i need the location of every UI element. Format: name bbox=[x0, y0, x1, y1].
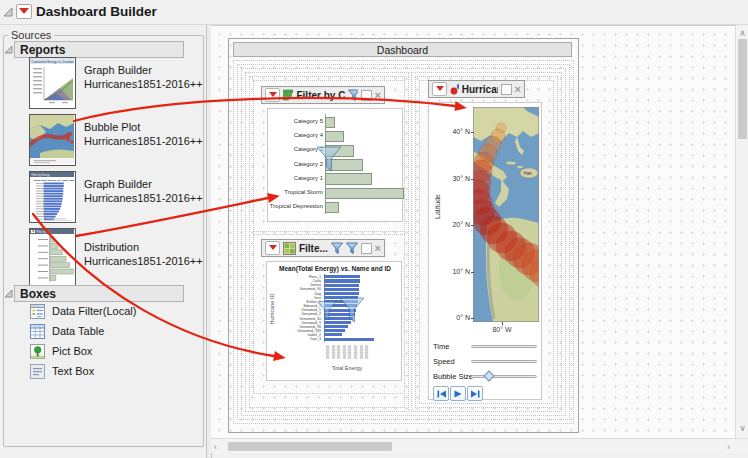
close-icon[interactable]: × bbox=[375, 244, 381, 253]
tick-mark bbox=[471, 318, 474, 319]
funnel-watermark-icon bbox=[316, 145, 342, 173]
box-item-data-table[interactable]: Data Table bbox=[0, 324, 205, 342]
filter-bar[interactable] bbox=[325, 131, 344, 143]
box-item-text-box[interactable]: Text Box bbox=[0, 364, 205, 382]
report-subtitle: Hurricanes1851-2016++ bbox=[84, 254, 203, 268]
bar-chart-thumbnail-graphic: Filter by Energy Mean(Total Energy) vs. … bbox=[30, 172, 74, 221]
filter-panel-content[interactable]: Category 5 Category 4 Category 3 Categor… bbox=[267, 108, 403, 222]
box-item-data-filter[interactable]: Data Filter(Local) bbox=[0, 304, 205, 322]
energy-x-tick: 0000000 bbox=[326, 345, 330, 359]
filter-bar[interactable] bbox=[325, 117, 335, 129]
filter-panel-title: Filter by Cl... bbox=[296, 90, 344, 101]
thumb1-title: Cumulative Energy vs. Duration bbox=[32, 60, 75, 64]
vertical-scrollbar-thumb[interactable] bbox=[738, 39, 747, 139]
report-title: Bubble Plot bbox=[84, 120, 140, 134]
filter-category-label: Tropical Depression bbox=[268, 203, 323, 209]
hurricane-panel-content[interactable]: Han 40° N 30° N 20° N 10° N 0° N Latitud… bbox=[428, 102, 542, 400]
pict-box-icon bbox=[30, 344, 45, 359]
scroll-left-arrow[interactable]: ‹ bbox=[214, 442, 217, 452]
local-data-filter-funnel-icon[interactable] bbox=[346, 242, 358, 255]
dashboard-header[interactable]: Dashboard bbox=[233, 42, 572, 57]
boxes-outline-header[interactable]: Boxes bbox=[14, 285, 184, 302]
close-icon[interactable]: × bbox=[515, 85, 521, 94]
filter-category-label: Category 2 bbox=[268, 161, 323, 167]
filter-category-label: Category 5 bbox=[268, 118, 323, 124]
vertical-scrollbar[interactable]: ∧ ∨ bbox=[735, 25, 748, 438]
tick-mark bbox=[502, 322, 503, 325]
red-triangle-menu-button[interactable] bbox=[16, 4, 32, 19]
filter-bar[interactable] bbox=[325, 202, 339, 214]
step-forward-button[interactable] bbox=[467, 386, 483, 401]
report-item-graph-builder-2[interactable]: Filter by Energy Mean(Total Energy) vs. … bbox=[0, 171, 205, 225]
energy-bar bbox=[324, 333, 342, 336]
text-box-icon bbox=[30, 364, 45, 379]
red-triangle-icon bbox=[19, 8, 29, 15]
sources-panel: Sources Reports Cumulative Energy vs. Du… bbox=[0, 25, 207, 458]
speed-slider[interactable] bbox=[471, 360, 537, 363]
filter-category-label: Category 1 bbox=[268, 175, 323, 181]
play-button[interactable] bbox=[450, 386, 466, 401]
energy-panel-content[interactable]: Mean(Total Energy) vs. Name and ID Hurri… bbox=[266, 261, 402, 381]
thumb4-bars bbox=[38, 237, 74, 280]
sources-group-label: Sources bbox=[8, 29, 54, 41]
filter-bar[interactable] bbox=[325, 188, 404, 200]
red-triangle-menu-button[interactable] bbox=[265, 241, 280, 255]
energy-bar bbox=[324, 338, 374, 341]
reports-disclosure-icon[interactable] bbox=[4, 45, 13, 54]
energy-x-tick: 0000000 bbox=[360, 345, 364, 359]
data-filter-icon bbox=[30, 304, 45, 319]
bubble-plot-icon bbox=[450, 83, 459, 95]
graph-builder-grid-icon bbox=[283, 242, 296, 255]
time-slider-label: Time bbox=[433, 342, 449, 351]
report-item-distribution[interactable]: Filter by Cl... Distribution Hurricanes1… bbox=[0, 228, 205, 290]
time-slider[interactable] bbox=[471, 345, 537, 348]
bubble-size-slider-thumb[interactable] bbox=[483, 370, 494, 381]
box-item-label: Data Table bbox=[52, 325, 104, 337]
red-triangle-menu-button[interactable] bbox=[265, 88, 280, 102]
horizontal-scrollbar-thumb[interactable] bbox=[228, 442, 392, 451]
filter-category-label: Tropical Storm bbox=[268, 189, 323, 195]
maximize-icon[interactable] bbox=[361, 243, 372, 254]
thumb4-header: Filter by Cl... bbox=[37, 230, 52, 234]
scroll-up-arrow[interactable]: ∧ bbox=[736, 28, 748, 38]
horizontal-scrollbar[interactable]: ‹ › bbox=[211, 438, 748, 453]
report-item-bubble-plot[interactable]: Bubble Plot Hurricanes1851-2016++ bbox=[0, 114, 205, 168]
local-data-filter-funnel-icon[interactable] bbox=[348, 89, 358, 102]
report-item-graph-builder-1[interactable]: Cumulative Energy vs. Duration bbox=[0, 57, 205, 111]
step-back-icon bbox=[437, 390, 446, 398]
step-back-button[interactable] bbox=[433, 386, 449, 401]
hurricane-panel-titlebar[interactable]: Hurricane ... × bbox=[428, 80, 525, 98]
filter-panel-titlebar[interactable]: Filter by Cl... × bbox=[261, 86, 385, 104]
energy-x-tick: 0000000 bbox=[332, 345, 336, 359]
filter-category-label: Category 4 bbox=[268, 132, 323, 138]
thumb3-title: Mean(Total Energy) vs. Name and ID bbox=[34, 179, 74, 182]
filter-bar[interactable] bbox=[325, 173, 372, 185]
boxes-disclosure-icon[interactable] bbox=[4, 289, 13, 298]
box-item-pict-box[interactable]: Pict Box bbox=[0, 344, 205, 362]
energy-bar bbox=[324, 329, 345, 332]
energy-panel-titlebar[interactable]: Filte... × bbox=[261, 239, 385, 257]
scroll-down-arrow[interactable]: ∨ bbox=[736, 423, 748, 433]
maximize-icon[interactable] bbox=[361, 90, 372, 101]
report-thumbnail-bar-chart[interactable]: Filter by Energy Mean(Total Energy) vs. … bbox=[29, 171, 76, 223]
report-thumbnail-area-chart[interactable]: Cumulative Energy vs. Duration bbox=[29, 57, 76, 109]
energy-x-tick: 0000000 bbox=[365, 345, 369, 359]
report-thumbnail-histogram[interactable]: Filter by Cl... bbox=[29, 228, 76, 288]
tick-mark bbox=[471, 272, 474, 273]
report-thumbnail-map[interactable] bbox=[29, 114, 76, 166]
bubble-size-slider[interactable] bbox=[471, 375, 537, 378]
lat-tick: 40° N bbox=[446, 128, 470, 135]
reports-outline-header[interactable]: Reports bbox=[14, 41, 184, 58]
energy-row-label: Ivan_3 bbox=[267, 337, 321, 341]
local-data-filter-funnel-icon[interactable] bbox=[331, 242, 343, 255]
report-subtitle: Hurricanes1851-2016++ bbox=[84, 134, 203, 148]
energy-bar bbox=[324, 325, 348, 328]
data-table-icon bbox=[30, 324, 45, 339]
outline-disclosure-icon[interactable] bbox=[3, 7, 13, 17]
scroll-right-arrow[interactable]: › bbox=[727, 442, 730, 452]
maximize-icon[interactable] bbox=[501, 84, 512, 95]
close-icon[interactable]: × bbox=[375, 91, 381, 100]
hurricane-map[interactable]: Han bbox=[473, 107, 539, 322]
box-item-label: Data Filter(Local) bbox=[52, 305, 136, 317]
red-triangle-menu-button[interactable] bbox=[432, 82, 447, 96]
